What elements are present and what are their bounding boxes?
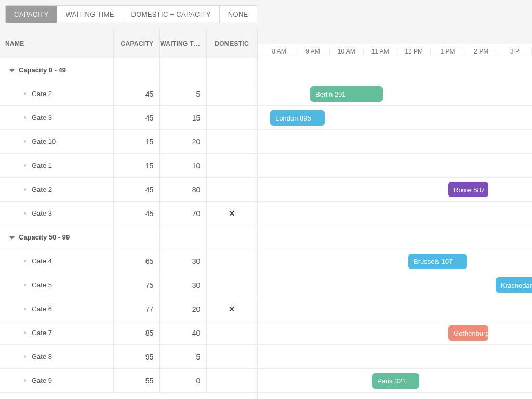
gantt-bar[interactable]: Brussels 107 bbox=[408, 254, 467, 269]
tree-grid-body: Capacity 0 - 49Gate 2455Gate 34515Gate 1… bbox=[0, 58, 257, 399]
waiting-cell: 10 bbox=[159, 154, 206, 177]
gantt-bar[interactable]: Krasnodar bbox=[496, 277, 532, 293]
table-row[interactable]: Gate 24580 bbox=[0, 178, 257, 202]
waiting-cell: 5 bbox=[159, 82, 206, 105]
gate-name: Gate 7 bbox=[32, 329, 52, 337]
table-row[interactable]: Gate 67720✕ bbox=[0, 297, 257, 321]
gantt: 8 AM9 AM10 AM11 AM12 PM1 PM2 PM3 P Berli… bbox=[257, 29, 532, 399]
waiting-cell: 80 bbox=[159, 178, 206, 201]
domestic-cell bbox=[206, 82, 257, 105]
gantt-row[interactable]: Brussels 107 bbox=[258, 249, 532, 273]
capacity-cell: 45 bbox=[113, 178, 160, 201]
capacity-cell: 75 bbox=[113, 273, 160, 297]
segment-button[interactable]: DOMESTIC + CAPACITY bbox=[123, 6, 220, 23]
gate-name: Gate 8 bbox=[32, 353, 52, 361]
gantt-bar[interactable]: Rome 587 bbox=[448, 182, 488, 197]
gantt-row[interactable] bbox=[258, 154, 532, 178]
gantt-row bbox=[258, 225, 532, 249]
bullet-icon bbox=[24, 379, 26, 382]
x-icon: ✕ bbox=[229, 209, 235, 218]
segment-button[interactable]: CAPACITY bbox=[6, 6, 57, 23]
gate-name: Gate 9 bbox=[32, 377, 52, 384]
group-title: Capacity 50 - 99 bbox=[19, 233, 70, 241]
capacity-cell: 45 bbox=[113, 82, 160, 105]
gantt-bar[interactable]: Berlin 291 bbox=[310, 86, 383, 102]
capacity-cell: 45 bbox=[113, 202, 160, 225]
domestic-cell bbox=[206, 249, 257, 273]
gantt-bar[interactable]: Gothenburg bbox=[448, 325, 488, 341]
table-row[interactable]: Gate 57530 bbox=[0, 273, 257, 297]
gantt-row[interactable] bbox=[258, 345, 532, 369]
gantt-row[interactable]: Paris 321 bbox=[258, 369, 532, 393]
table-row[interactable]: Gate 2455 bbox=[0, 82, 257, 106]
table-row[interactable]: Gate 9550 bbox=[0, 369, 257, 393]
time-label: 9 AM bbox=[296, 48, 330, 55]
table-row[interactable]: Gate 8955 bbox=[0, 345, 257, 369]
gate-name: Gate 2 bbox=[32, 185, 52, 193]
segment-button[interactable]: NONE bbox=[220, 6, 257, 23]
gantt-row[interactable] bbox=[258, 202, 532, 225]
main: NAME CAPACITY WAITING T… DOMESTIC Capaci… bbox=[0, 29, 532, 399]
column-header-waiting[interactable]: WAITING T… bbox=[159, 29, 206, 58]
domestic-cell bbox=[206, 154, 257, 177]
bullet-icon bbox=[24, 116, 26, 119]
domestic-cell: ✕ bbox=[206, 202, 257, 225]
tree-grid-header: NAME CAPACITY WAITING T… DOMESTIC bbox=[0, 29, 257, 58]
waiting-cell: 15 bbox=[159, 106, 206, 129]
bullet-icon bbox=[24, 164, 26, 167]
waiting-cell: 30 bbox=[159, 273, 206, 297]
time-label: 8 AM bbox=[262, 48, 296, 55]
gantt-bar[interactable]: Paris 321 bbox=[372, 373, 419, 389]
table-row[interactable]: Gate 11510 bbox=[0, 154, 257, 178]
gate-name: Gate 10 bbox=[32, 138, 56, 145]
capacity-cell: 77 bbox=[113, 297, 160, 321]
group-row[interactable]: Capacity 0 - 49 bbox=[0, 58, 257, 82]
bullet-icon bbox=[24, 308, 26, 310]
group-row[interactable]: Capacity 50 - 99 bbox=[0, 225, 257, 249]
capacity-cell: 55 bbox=[113, 369, 160, 392]
time-label: 3 P bbox=[498, 48, 532, 55]
waiting-cell: 5 bbox=[159, 345, 206, 368]
gantt-bar[interactable]: London 895 bbox=[270, 110, 325, 126]
time-label: 11 AM bbox=[364, 48, 397, 55]
gantt-row[interactable]: Berlin 291 bbox=[258, 82, 532, 106]
time-label: 2 PM bbox=[464, 48, 498, 55]
bullet-icon bbox=[24, 284, 26, 286]
time-label: 12 PM bbox=[397, 48, 431, 55]
gantt-body[interactable]: Berlin 291London 895Rome 587Brussels 107… bbox=[258, 58, 532, 399]
capacity-cell: 85 bbox=[113, 321, 160, 344]
table-row[interactable]: Gate 46530 bbox=[0, 249, 257, 273]
waiting-cell: 30 bbox=[159, 249, 206, 273]
time-header: 8 AM9 AM10 AM11 AM12 PM1 PM2 PM3 P bbox=[258, 29, 532, 58]
table-row[interactable]: Gate 34570✕ bbox=[0, 202, 257, 225]
gantt-row[interactable]: Gothenburg bbox=[258, 321, 532, 345]
capacity-cell: 45 bbox=[113, 106, 160, 129]
bullet-icon bbox=[24, 212, 26, 215]
capacity-cell: 95 bbox=[113, 345, 160, 368]
gantt-row[interactable]: London 895 bbox=[258, 106, 532, 130]
column-header-name[interactable]: NAME bbox=[0, 40, 113, 47]
gate-name: Gate 3 bbox=[32, 114, 52, 122]
gantt-row[interactable] bbox=[258, 297, 532, 321]
gantt-row[interactable]: Krasnodar bbox=[258, 273, 532, 297]
table-row[interactable]: Gate 34515 bbox=[0, 106, 257, 130]
column-header-capacity[interactable]: CAPACITY bbox=[113, 29, 160, 58]
domestic-cell bbox=[206, 345, 257, 368]
table-row[interactable]: Gate 78540 bbox=[0, 321, 257, 345]
table-row[interactable]: Gate 101520 bbox=[0, 130, 257, 154]
gate-name: Gate 2 bbox=[32, 90, 52, 98]
bullet-icon bbox=[24, 140, 26, 143]
gate-name: Gate 5 bbox=[32, 281, 52, 289]
gantt-row[interactable] bbox=[258, 130, 532, 154]
waiting-cell: 20 bbox=[159, 297, 206, 321]
tree-grid: NAME CAPACITY WAITING T… DOMESTIC Capaci… bbox=[0, 29, 257, 399]
gantt-row[interactable]: Rome 587 bbox=[258, 178, 532, 202]
gate-name: Gate 3 bbox=[32, 209, 52, 217]
column-header-domestic[interactable]: DOMESTIC bbox=[206, 29, 257, 58]
segment-button[interactable]: WAITING TIME bbox=[57, 6, 123, 23]
domestic-cell bbox=[206, 178, 257, 201]
chevron-down-icon bbox=[9, 236, 15, 240]
capacity-cell: 65 bbox=[113, 249, 160, 273]
gate-name: Gate 4 bbox=[32, 257, 52, 265]
x-icon: ✕ bbox=[229, 304, 235, 314]
